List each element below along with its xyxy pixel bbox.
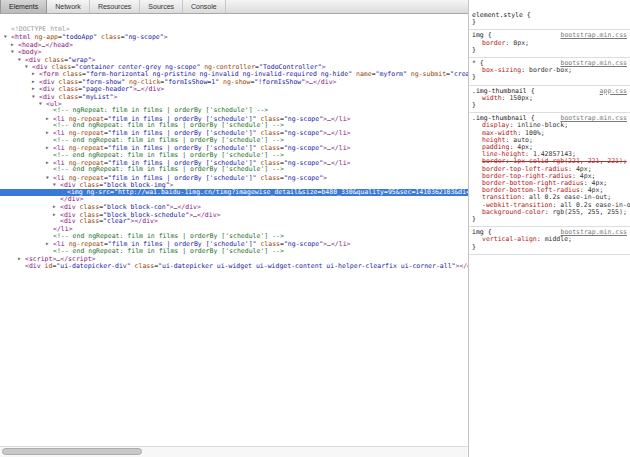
attribute-name: class <box>131 262 154 270</box>
semicolon: ; <box>525 39 529 47</box>
closing-tag: </div> <box>141 85 164 93</box>
semicolon: ; <box>623 208 627 216</box>
dom-tree-node[interactable]: ▶<div class="page-header">…</div> <box>0 85 468 92</box>
closing-tag: </li> <box>331 115 351 123</box>
disclosure-triangle-icon[interactable]: ▶ <box>53 211 60 218</box>
dom-tree-node[interactable]: </div> <box>0 196 468 203</box>
close-brace: } <box>472 18 476 26</box>
horizontal-scrollbar-thumb[interactable] <box>2 448 142 455</box>
elements-panel: ElementsNetworkResourcesSourcesConsole <… <box>0 0 468 457</box>
css-property-value: middle <box>545 235 568 243</box>
tag-bracket: > <box>164 33 168 41</box>
semicolon: ; <box>603 179 607 187</box>
disclosure-triangle-icon[interactable]: ▶ <box>32 78 39 85</box>
semicolon: ; <box>541 129 545 137</box>
disclosure-triangle-icon[interactable]: ▼ <box>53 181 60 188</box>
dom-tree-node[interactable]: <!-- end ngRepeat: film in films | order… <box>0 233 468 240</box>
attribute-value: "!formIsShow" <box>254 78 305 86</box>
attribute-name: ng-submit <box>407 70 446 78</box>
style-rule: .img-thumbnail {bootstrap.min.cssdisplay… <box>469 113 630 227</box>
attribute-value: "clear" <box>103 217 130 225</box>
style-selector[interactable]: element.style <box>472 11 523 19</box>
disclosure-triangle-icon[interactable]: ▶ <box>46 129 53 136</box>
dom-tree: <!DOCTYPE html>▼<html ng-app="todoApp" c… <box>0 14 468 446</box>
disclosure-triangle-icon[interactable]: ▼ <box>39 100 46 107</box>
colon: : <box>521 66 529 74</box>
dom-tree-node[interactable]: <!-- end ngRepeat: film in films | order… <box>0 152 468 159</box>
style-property[interactable]: background-color: rgb(255, 255, 255); <box>472 209 627 216</box>
attribute-name: class <box>97 33 120 41</box>
devtools-window: ElementsNetworkResourcesSourcesConsole <… <box>0 0 630 457</box>
disclosure-triangle-icon[interactable]: ▼ <box>11 48 18 55</box>
closing-tag: </head> <box>45 41 72 49</box>
dom-tree-node[interactable]: <!DOCTYPE html> <box>0 26 468 33</box>
style-property[interactable]: border: 0px; <box>472 40 627 47</box>
devtools-toolbar: ElementsNetworkResourcesSourcesConsole <box>0 0 468 14</box>
stylesheet-link[interactable]: bootstrap.min.css <box>560 115 627 122</box>
style-property[interactable]: width: 150px; <box>472 95 627 102</box>
stylesheet-link[interactable]: bootstrap.min.css <box>560 32 627 39</box>
tag-bracket: > <box>113 93 117 101</box>
disclosure-triangle-icon[interactable]: ▶ <box>32 85 39 92</box>
attribute-value: "createFilm()" <box>450 70 468 78</box>
dom-tree-node[interactable]: <!-- end ngRepeat: film in films | order… <box>0 122 468 129</box>
disclosure-triangle-icon[interactable]: ▶ <box>46 144 53 151</box>
horizontal-scrollbar[interactable] <box>0 446 468 457</box>
tab-console[interactable]: Console <box>183 0 226 13</box>
attribute-value: "ng-scope" <box>284 115 323 123</box>
stylesheet-link[interactable]: app.css <box>600 88 627 95</box>
html-comment: <!-- end ngRepeat: film in films | order… <box>53 151 284 159</box>
attribute-name: ng-show <box>219 78 250 86</box>
tab-resources[interactable]: Resources <box>90 0 140 13</box>
css-property-value: rgb(255, 255, 255) <box>552 208 622 216</box>
style-rule: .img-thumbnail {app.csswidth: 150px;} <box>469 86 630 114</box>
doctype-declaration: <!DOCTYPE html> <box>11 25 70 33</box>
dom-tree-node[interactable]: ▼<div class="myList"> <box>0 93 468 100</box>
disclosure-triangle-icon[interactable]: ▼ <box>32 93 39 100</box>
disclosure-triangle-icon[interactable]: ▶ <box>46 159 53 166</box>
semicolon: ; <box>529 94 533 102</box>
dom-tree-node[interactable]: <!-- ngRepeat: film in films | orderBy [… <box>0 107 468 114</box>
dom-tree-node[interactable]: ▶<form class="form-horizontal ng-pristin… <box>0 70 468 77</box>
dom-tree-node[interactable]: <!-- end ngRepeat: film in films | order… <box>0 137 468 144</box>
html-comment: <!-- end ngRepeat: film in films | order… <box>53 136 284 144</box>
css-property-value: 0px <box>513 39 525 47</box>
disclosure-triangle-icon[interactable]: ▼ <box>4 33 11 40</box>
open-brace: { <box>523 11 531 19</box>
disclosure-triangle-icon[interactable]: ▶ <box>46 240 53 247</box>
css-property-name: background-color <box>482 208 545 216</box>
dom-tree-node[interactable]: ▶<div class="form-show" ng-click="formIs… <box>0 78 468 85</box>
disclosure-triangle-icon[interactable]: ▶ <box>53 203 60 210</box>
dom-tree-node[interactable]: ▶<head>…</head> <box>0 41 468 48</box>
dom-tree-node[interactable]: ▼<div class="wrap"> <box>0 56 468 63</box>
attribute-value: "formIsShow=1" <box>164 78 219 86</box>
disclosure-triangle-icon[interactable]: ▼ <box>46 174 53 181</box>
html-comment: <!-- ngRepeat: film in films | orderBy [… <box>53 106 268 114</box>
dom-tree-node[interactable]: ▼<li ng-repeat="film in films | orderBy … <box>0 174 468 181</box>
disclosure-triangle-icon[interactable]: ▶ <box>18 255 25 262</box>
attribute-name: ng-src <box>83 188 110 196</box>
attribute-value: "ui-datepicker-div" <box>56 262 130 270</box>
style-property[interactable]: box-sizing: border-box; <box>472 67 627 74</box>
style-rule: img {bootstrap.min.cssborder: 0px;} <box>469 30 630 58</box>
disclosure-triangle-icon[interactable]: ▶ <box>32 70 39 77</box>
colon: : <box>537 235 545 243</box>
dom-tree-node[interactable]: <!-- end ngRepeat: film in films | order… <box>0 166 468 173</box>
style-property[interactable]: vertical-align: middle; <box>472 236 627 243</box>
dom-tree-node[interactable]: <!-- end ngRepeat: film in films | order… <box>0 248 468 255</box>
tab-elements[interactable]: Elements <box>0 0 47 13</box>
close-brace: } <box>472 215 476 223</box>
dom-tree-node[interactable]: ▼<body> <box>0 48 468 55</box>
dom-tree-node[interactable]: <div id="ui-datepicker-div" class="ui-da… <box>0 263 468 270</box>
disclosure-triangle-icon[interactable]: ▼ <box>25 63 32 70</box>
closing-tag: </div> <box>60 195 83 203</box>
dom-tree-node[interactable]: ▼<div class="container center-grey ng-sc… <box>0 63 468 70</box>
tab-network[interactable]: Network <box>47 0 90 13</box>
dom-tree-node[interactable]: ▼<html ng-app="todoApp" class="ng-scope"… <box>0 33 468 40</box>
closing-tag: </li> <box>331 144 351 152</box>
disclosure-triangle-icon[interactable]: ▶ <box>11 41 18 48</box>
dom-tree-node[interactable]: ▶<div class="block block-con">…</div> <box>0 203 468 210</box>
tab-sources[interactable]: Sources <box>140 0 183 13</box>
disclosure-triangle-icon[interactable]: ▶ <box>46 115 53 122</box>
disclosure-triangle-icon[interactable]: ▼ <box>18 56 25 63</box>
